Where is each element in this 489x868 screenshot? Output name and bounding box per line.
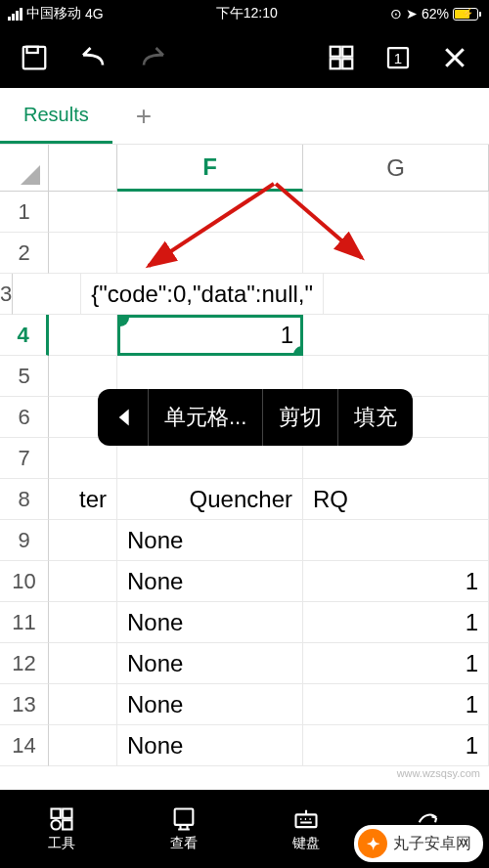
cell[interactable] (303, 192, 489, 233)
cell[interactable] (49, 561, 117, 602)
row-header[interactable]: 8 (0, 479, 49, 520)
row-header[interactable]: 7 (0, 438, 49, 479)
add-tab-button[interactable]: + (112, 101, 175, 132)
alarm-icon: ⊙ (390, 6, 402, 22)
source-badge-text: 丸子安卓网 (393, 834, 471, 854)
cell[interactable] (13, 274, 81, 315)
svg-rect-2 (331, 47, 340, 57)
cell-context-menu: 单元格... 剪切 填充 (98, 389, 413, 446)
svg-rect-3 (342, 47, 352, 57)
row-header[interactable]: 10 (0, 561, 49, 602)
row: 1 (0, 192, 489, 233)
row-header[interactable]: 12 (0, 643, 49, 684)
svg-point-12 (51, 820, 60, 829)
cell[interactable] (303, 520, 489, 561)
row-header[interactable]: 13 (0, 684, 49, 725)
cell[interactable] (117, 192, 303, 233)
sheet-count-icon[interactable]: 1 (383, 43, 413, 72)
col-header-e[interactable] (49, 145, 117, 192)
cell[interactable]: 1 (303, 725, 489, 766)
svg-rect-10 (51, 809, 60, 818)
row: 2 (0, 233, 489, 274)
close-icon[interactable] (440, 43, 469, 72)
spreadsheet: F G 123{"code":0,"data":null,"415678terQ… (0, 145, 489, 766)
svg-rect-1 (27, 47, 38, 53)
row: 41 (0, 315, 489, 356)
cell[interactable]: None (117, 602, 303, 643)
cell[interactable]: Quencher (117, 479, 303, 520)
cell[interactable]: 1 (303, 684, 489, 725)
bottom-keyboard-label: 键盘 (292, 835, 320, 852)
cell[interactable]: None (117, 520, 303, 561)
row-header[interactable]: 6 (0, 397, 49, 438)
select-all-corner[interactable] (0, 145, 49, 192)
row: 3{"code":0,"data":null," (0, 274, 489, 315)
row-header[interactable]: 2 (0, 233, 49, 274)
status-bar: 中国移动 4G 下午12:10 ⊙ ➤ 62% ⚡ (0, 0, 489, 27)
status-right: ⊙ ➤ 62% ⚡ (390, 6, 481, 22)
cell[interactable]: RQ (303, 479, 489, 520)
context-menu-fill[interactable]: 填充 (338, 389, 413, 446)
row: 8terQuencherRQ (0, 479, 489, 520)
bottom-view-label: 查看 (170, 835, 198, 852)
row: 13None1 (0, 684, 489, 725)
selection-handle[interactable] (117, 315, 129, 326)
cell[interactable] (49, 315, 117, 356)
cell[interactable]: 1 (117, 315, 303, 356)
source-badge-icon: ✦ (358, 829, 387, 858)
cell[interactable] (49, 233, 117, 274)
cell[interactable] (303, 315, 489, 356)
cell[interactable]: None (117, 684, 303, 725)
context-menu-cell[interactable]: 单元格... (149, 389, 263, 446)
cell[interactable] (49, 643, 117, 684)
row: 9None (0, 520, 489, 561)
save-icon[interactable] (20, 43, 49, 72)
cell[interactable] (49, 725, 117, 766)
row-header[interactable]: 5 (0, 356, 49, 397)
context-menu-prev-icon[interactable] (98, 389, 149, 446)
cell[interactable] (117, 233, 303, 274)
cell[interactable]: 1 (303, 643, 489, 684)
signal-icon (8, 8, 22, 21)
row-header[interactable]: 9 (0, 520, 49, 561)
cell[interactable]: None (117, 725, 303, 766)
cell[interactable] (49, 602, 117, 643)
cell[interactable]: 1 (303, 602, 489, 643)
row-header[interactable]: 14 (0, 725, 49, 766)
status-time: 下午12:10 (216, 5, 278, 22)
svg-rect-5 (342, 59, 352, 68)
row-header[interactable]: 11 (0, 602, 49, 643)
svg-text:1: 1 (394, 50, 402, 66)
tab-results[interactable]: Results (0, 88, 112, 144)
col-header-f[interactable]: F (117, 145, 303, 192)
source-badge: ✦ 丸子安卓网 (354, 825, 483, 862)
bottom-keyboard[interactable]: 键盘 (244, 790, 367, 868)
bottom-view[interactable]: 查看 (122, 790, 244, 868)
cell[interactable]: None (117, 561, 303, 602)
bottom-tools[interactable]: 工具 (0, 790, 122, 868)
cell[interactable]: {"code":0,"data":null," (81, 274, 324, 315)
row: 14None1 (0, 725, 489, 766)
grid-icon[interactable] (327, 43, 356, 72)
row-header[interactable]: 3 (0, 274, 13, 315)
redo-icon[interactable] (137, 43, 170, 72)
cell[interactable]: ter (49, 479, 117, 520)
carrier-label: 中国移动 (26, 5, 81, 22)
cell[interactable]: 1 (303, 561, 489, 602)
cell[interactable] (324, 274, 489, 315)
cell[interactable] (49, 520, 117, 561)
network-label: 4G (85, 6, 104, 22)
cell[interactable] (303, 233, 489, 274)
row: 12None1 (0, 643, 489, 684)
watermark-text: www.wzsqsy.com (394, 766, 483, 780)
cell[interactable]: None (117, 643, 303, 684)
app-toolbar: 1 (0, 27, 489, 88)
undo-icon[interactable] (76, 43, 110, 72)
context-menu-cut[interactable]: 剪切 (263, 389, 338, 446)
cell[interactable] (49, 192, 117, 233)
cell[interactable] (49, 684, 117, 725)
row-header[interactable]: 4 (0, 315, 49, 356)
row-header[interactable]: 1 (0, 192, 49, 233)
col-header-g[interactable]: G (303, 145, 489, 192)
selection-handle[interactable] (293, 346, 303, 356)
